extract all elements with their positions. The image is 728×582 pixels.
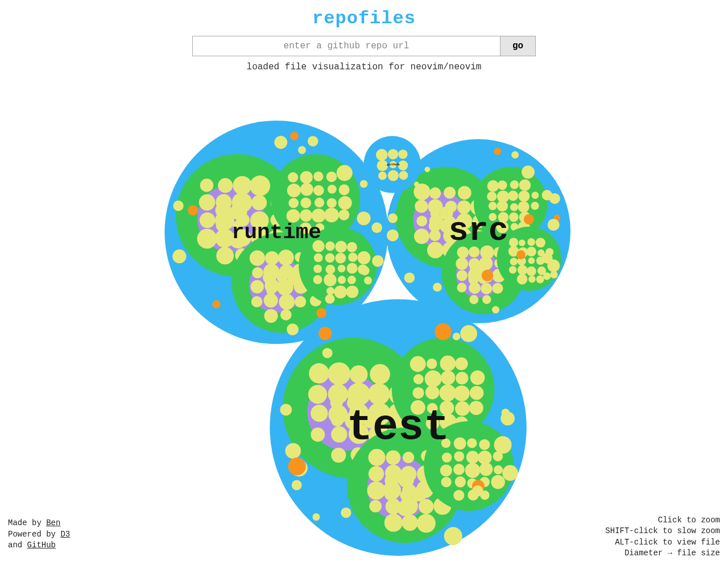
repo-url-input[interactable] <box>192 36 500 56</box>
leaf-file[interactable] <box>372 255 383 267</box>
leaf-file[interactable] <box>279 294 295 310</box>
leaf-file[interactable] <box>508 190 518 201</box>
leaf-file[interactable] <box>469 247 479 257</box>
leaf-file[interactable] <box>457 213 473 229</box>
leaf-file[interactable] <box>349 423 369 444</box>
leaf-file[interactable] <box>188 205 198 215</box>
leaf-file[interactable] <box>385 465 402 481</box>
leaf-file[interactable] <box>384 514 403 532</box>
leaf-file[interactable] <box>458 186 471 199</box>
leaf-file[interactable] <box>199 194 216 211</box>
leaf-file[interactable] <box>308 385 327 404</box>
leaf-file[interactable] <box>313 172 323 181</box>
leaf-file[interactable] <box>528 276 536 283</box>
leaf-file[interactable] <box>441 439 451 448</box>
leaf-file[interactable] <box>338 196 352 210</box>
leaf-file[interactable] <box>216 194 231 210</box>
leaf-file[interactable] <box>251 195 267 210</box>
leaf-file[interactable] <box>279 264 294 279</box>
leaf-file[interactable] <box>338 276 346 284</box>
leaf-file[interactable] <box>376 149 388 161</box>
leaf-file[interactable] <box>472 485 483 497</box>
leaf-file[interactable] <box>415 199 428 213</box>
leaf-file[interactable] <box>274 136 287 149</box>
leaf-file[interactable] <box>312 209 326 223</box>
leaf-file[interactable] <box>252 267 263 278</box>
leaf-file[interactable] <box>357 251 370 264</box>
leaf-file[interactable] <box>425 385 440 400</box>
circle-pack-viz[interactable]: runtimesrctest.github <box>0 80 728 582</box>
leaf-file[interactable] <box>494 148 501 155</box>
leaf-file[interactable] <box>494 436 512 454</box>
leaf-file[interactable] <box>292 480 302 490</box>
leaf-file[interactable] <box>350 365 368 384</box>
leaf-file[interactable] <box>509 266 517 274</box>
leaf-file[interactable] <box>547 260 560 272</box>
leaf-file[interactable] <box>369 449 386 466</box>
leaf-file[interactable] <box>212 300 220 308</box>
leaf-file[interactable] <box>311 405 328 422</box>
leaf-file[interactable] <box>404 272 415 283</box>
leaf-file[interactable] <box>328 384 349 404</box>
leaf-file[interactable] <box>425 371 442 388</box>
leaf-file[interactable] <box>311 427 325 442</box>
leaf-file[interactable] <box>367 481 386 500</box>
leaf-file[interactable] <box>487 180 499 192</box>
leaf-file[interactable] <box>487 192 497 201</box>
leaf-file[interactable] <box>457 283 466 293</box>
leaf-file[interactable] <box>328 185 337 194</box>
leaf-file[interactable] <box>368 383 390 405</box>
leaf-file[interactable] <box>286 443 301 459</box>
leaf-file[interactable] <box>390 161 397 168</box>
leaf-file[interactable] <box>399 171 408 180</box>
leaf-file[interactable] <box>491 475 505 489</box>
leaf-file[interactable] <box>543 272 551 280</box>
leaf-file[interactable] <box>287 323 299 335</box>
leaf-file[interactable] <box>378 172 387 180</box>
leaf-file[interactable] <box>347 242 357 252</box>
leaf-file[interactable] <box>510 180 519 189</box>
leaf-file[interactable] <box>416 215 427 226</box>
leaf-file[interactable] <box>369 466 384 481</box>
leaf-file[interactable] <box>200 178 214 192</box>
leaf-file[interactable] <box>532 192 539 199</box>
leaf-file[interactable] <box>410 356 426 372</box>
leaf-file[interactable] <box>429 188 441 199</box>
author-link[interactable]: Ben <box>46 518 60 527</box>
leaf-file[interactable] <box>467 438 477 448</box>
leaf-file[interactable] <box>457 247 469 259</box>
leaf-file[interactable] <box>428 199 442 214</box>
leaf-file[interactable] <box>502 409 510 417</box>
leaf-file[interactable] <box>489 213 497 221</box>
leaf-file[interactable] <box>427 403 438 414</box>
leaf-file[interactable] <box>197 229 217 249</box>
leaf-file[interactable] <box>524 214 534 225</box>
leaf-file[interactable] <box>312 513 320 521</box>
leaf-file[interactable] <box>444 527 462 545</box>
leaf-file[interactable] <box>454 385 470 401</box>
leaf-file[interactable] <box>216 247 234 265</box>
leaf-file[interactable] <box>453 464 465 475</box>
leaf-file[interactable] <box>443 228 458 243</box>
leaf-file[interactable] <box>349 404 369 423</box>
leaf-file[interactable] <box>338 265 346 273</box>
leaf-file[interactable] <box>519 179 531 191</box>
leaf-file[interactable] <box>469 295 478 304</box>
leaf-file[interactable] <box>338 210 349 221</box>
leaf-file[interactable] <box>398 149 407 159</box>
leaf-file[interactable] <box>369 500 382 513</box>
leaf-file[interactable] <box>360 266 369 275</box>
leaf-file[interactable] <box>440 356 456 372</box>
leaf-file[interactable] <box>402 484 416 498</box>
leaf-file[interactable] <box>314 253 323 263</box>
leaf-file[interactable] <box>528 257 535 264</box>
leaf-file[interactable] <box>517 274 528 285</box>
leaf-file[interactable] <box>280 404 292 415</box>
leaf-file[interactable] <box>494 465 503 475</box>
leaf-file[interactable] <box>427 359 437 369</box>
leaf-file[interactable] <box>232 193 253 213</box>
leaf-file[interactable] <box>442 452 452 463</box>
leaf-file[interactable] <box>300 209 312 222</box>
leaf-file[interactable] <box>328 363 350 385</box>
leaf-file[interactable] <box>325 265 335 275</box>
